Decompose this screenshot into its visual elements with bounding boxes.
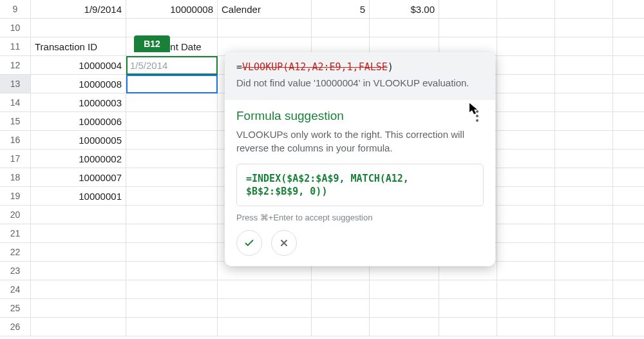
cell[interactable]: [439, 318, 497, 336]
cell[interactable]: [555, 280, 613, 298]
cell[interactable]: [555, 150, 613, 168]
cell[interactable]: [126, 93, 218, 111]
accept-button[interactable]: [236, 230, 262, 256]
cell[interactable]: [312, 299, 370, 317]
reject-button[interactable]: [271, 230, 297, 256]
cell[interactable]: Calender: [218, 0, 312, 18]
name-box[interactable]: B12: [134, 35, 170, 52]
cell[interactable]: [497, 262, 555, 280]
cell[interactable]: [497, 224, 555, 242]
cell[interactable]: [555, 131, 613, 149]
cell[interactable]: [312, 280, 370, 298]
cell[interactable]: [126, 299, 218, 317]
cell[interactable]: [126, 206, 218, 224]
cell[interactable]: 10000001: [31, 187, 126, 205]
cell[interactable]: [497, 0, 555, 18]
cell[interactable]: [370, 280, 439, 298]
cell[interactable]: [497, 19, 555, 37]
cell[interactable]: [555, 318, 613, 336]
cell[interactable]: [497, 112, 555, 130]
cell[interactable]: 10000003: [31, 93, 126, 111]
row[interactable]: 25: [0, 299, 644, 318]
cell[interactable]: [497, 280, 555, 298]
cell[interactable]: [555, 112, 613, 130]
cell[interactable]: [497, 150, 555, 168]
cell[interactable]: [555, 19, 613, 37]
cell[interactable]: 10000002: [31, 150, 126, 168]
row[interactable]: 24: [0, 280, 644, 299]
cell[interactable]: [31, 299, 126, 317]
row-header[interactable]: 22: [0, 243, 31, 261]
cell[interactable]: [439, 299, 497, 317]
cell[interactable]: [218, 318, 312, 336]
row[interactable]: 26: [0, 318, 644, 336]
cell[interactable]: 10000008: [31, 75, 126, 93]
row-header[interactable]: 11: [0, 37, 31, 55]
cell[interactable]: $3.00: [370, 0, 439, 18]
cell[interactable]: 10000007: [31, 168, 126, 186]
cell[interactable]: [497, 75, 555, 93]
suggested-formula[interactable]: =INDEX($A$2:$A$9, MATCH(A12, $B$2:$B$9, …: [236, 164, 484, 207]
cell[interactable]: [439, 0, 497, 18]
cell[interactable]: [497, 56, 555, 74]
row-header[interactable]: 25: [0, 299, 31, 317]
cell[interactable]: [312, 318, 370, 336]
cell[interactable]: [555, 187, 613, 205]
cell[interactable]: [31, 318, 126, 336]
row-header[interactable]: 15: [0, 112, 31, 130]
cell[interactable]: [370, 19, 439, 37]
cell[interactable]: [126, 168, 218, 186]
cell[interactable]: [126, 318, 218, 336]
row-header[interactable]: 26: [0, 318, 31, 336]
cell[interactable]: [31, 224, 126, 242]
cell[interactable]: [555, 206, 613, 224]
more-menu-icon[interactable]: [471, 110, 484, 122]
cell[interactable]: [497, 168, 555, 186]
cell[interactable]: [439, 280, 497, 298]
cell[interactable]: [555, 168, 613, 186]
cell-active[interactable]: [126, 75, 218, 93]
cell[interactable]: [497, 243, 555, 261]
cell[interactable]: 5: [312, 0, 370, 18]
row-header[interactable]: 18: [0, 168, 31, 186]
cell-ghost-suggestion[interactable]: 1/5/2014: [126, 56, 218, 74]
cell[interactable]: [126, 131, 218, 149]
cell[interactable]: [126, 112, 218, 130]
cell[interactable]: [497, 318, 555, 336]
cell[interactable]: [497, 299, 555, 317]
cell[interactable]: [218, 280, 312, 298]
row-header[interactable]: 24: [0, 280, 31, 298]
cell[interactable]: [126, 280, 218, 298]
cell[interactable]: 10000006: [31, 112, 126, 130]
cell[interactable]: [497, 37, 555, 55]
cell[interactable]: [31, 262, 126, 280]
cell[interactable]: 10000008: [126, 0, 218, 18]
row-header[interactable]: 19: [0, 187, 31, 205]
row-header[interactable]: 16: [0, 131, 31, 149]
cell[interactable]: [126, 243, 218, 261]
row-header[interactable]: 12: [0, 56, 31, 74]
cell[interactable]: 10000004: [31, 56, 126, 74]
row-header[interactable]: 14: [0, 93, 31, 111]
cell[interactable]: Transaction ID: [31, 37, 126, 55]
cell[interactable]: [555, 224, 613, 242]
row-header[interactable]: 21: [0, 224, 31, 242]
cell[interactable]: [126, 187, 218, 205]
row-header[interactable]: 9: [0, 0, 31, 18]
row-header[interactable]: 23: [0, 262, 31, 280]
cell[interactable]: [126, 19, 218, 37]
cell[interactable]: [555, 93, 613, 111]
row-header[interactable]: 20: [0, 206, 31, 224]
row-header[interactable]: 10: [0, 19, 31, 37]
cell[interactable]: [555, 262, 613, 280]
cell[interactable]: [439, 19, 497, 37]
cell[interactable]: [31, 19, 126, 37]
cell[interactable]: [370, 299, 439, 317]
cell[interactable]: [555, 243, 613, 261]
cell[interactable]: 1/9/2014: [31, 0, 126, 18]
cell[interactable]: [312, 19, 370, 37]
cell[interactable]: [555, 37, 613, 55]
cell[interactable]: [370, 318, 439, 336]
cell[interactable]: [497, 131, 555, 149]
row-header[interactable]: 13: [0, 75, 31, 93]
